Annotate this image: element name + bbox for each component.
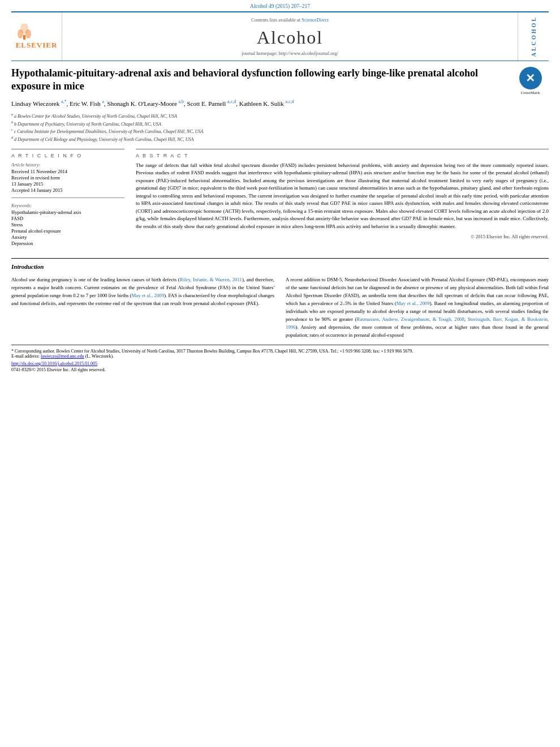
article-title-text: Hypothalamic-pituitary-adrenal axis and … — [11, 67, 478, 92]
elsevier-name: ELSEVIER — [16, 41, 58, 50]
copyright: © 2015 Elsevier Inc. All rights reserved… — [136, 234, 549, 239]
abstract-section: A B S T R A C T The range of defects tha… — [136, 149, 549, 240]
revised-label: Received in revised form — [11, 175, 124, 181]
crossmark-label: CrossMark — [512, 91, 549, 96]
affiliation-a: a a Bowles Center for Alcohol Studies, U… — [11, 112, 549, 120]
article-info-heading: A R T I C L E I N F O — [11, 153, 124, 158]
keywords-section: Keywords: Hypothalamic-pituitary-adrenal… — [11, 203, 124, 246]
journal-center: Contents lists available at ScienceDirec… — [62, 12, 518, 61]
svg-point-1 — [18, 29, 23, 38]
abstract-text: The range of defects that fall within fe… — [136, 162, 549, 231]
homepage-line: journal homepage: http://www.alcoholjour… — [242, 50, 338, 56]
received-date: Received 11 November 2014 — [11, 169, 124, 174]
keyword-5: Anxiety — [11, 234, 124, 240]
svg-point-2 — [25, 29, 31, 38]
affiliations: a a Bowles Center for Alcohol Studies, U… — [11, 112, 549, 143]
abstract-heading: A B S T R A C T — [136, 153, 549, 158]
intro-two-col: Alcohol use during pregnancy is one of t… — [11, 276, 549, 340]
elsevier-tree-icon — [16, 24, 33, 41]
affiliation-d: d d Department of Cell Biology and Physi… — [11, 135, 549, 143]
citation-text: Alcohol 49 (2015) 207–217 — [250, 3, 310, 9]
keywords-label: Keywords: — [11, 203, 124, 208]
journal-badge: ALCOHOL — [518, 12, 549, 61]
email-name: L. Wieczorek — [87, 354, 111, 359]
divider — [11, 198, 124, 198]
svg-rect-3 — [23, 35, 25, 40]
sciencedirect-link[interactable]: ScienceDirect — [301, 17, 329, 23]
intro-left-text: Alcohol use during pregnancy is one of t… — [11, 276, 274, 307]
alcohol-badge: ALCOHOL — [531, 16, 537, 57]
keyword-2: FASD — [11, 216, 124, 221]
elsevier-logo: ELSEVIER — [11, 12, 62, 61]
keyword-1: Hypothalamic-pituitary-adrenal axis — [11, 209, 124, 215]
article-info-column: A R T I C L E I N F O Article history: R… — [11, 149, 124, 247]
article-title-block: Hypothalamic-pituitary-adrenal axis and … — [11, 67, 549, 93]
keyword-4: Prenatal alcohol exposure — [11, 228, 124, 234]
contents-line: Contents lists available at ScienceDirec… — [251, 17, 329, 23]
crossmark-icon: ✕ — [525, 71, 535, 85]
doi-line: http://dx.doi.org/10.1016/j.alcohol.2015… — [11, 361, 549, 366]
article-info-box: A R T I C L E I N F O Article history: R… — [11, 149, 124, 246]
crossmark-circle: ✕ — [519, 67, 542, 89]
affiliation-c: c c Carolina Institute for Developmental… — [11, 127, 549, 135]
issn-line: 0741-8329/© 2015 Elsevier Inc. All right… — [11, 367, 549, 372]
doi-link[interactable]: http://dx.doi.org/10.1016/j.alcohol.2015… — [11, 361, 97, 366]
journal-header: ELSEVIER Contents lists available at Sci… — [11, 11, 549, 61]
crossmark-badge[interactable]: ✕ CrossMark — [512, 67, 549, 96]
journal-citation: Alcohol 49 (2015) 207–217 — [0, 0, 560, 11]
accepted-date: Accepted 14 January 2015 — [11, 187, 124, 193]
intro-right-text: A recent addition to DSM-5, Neurobehavio… — [286, 276, 549, 340]
affiliation-b: b b Department of Psychiatry, University… — [11, 120, 549, 128]
introduction-section: Introduction Alcohol use during pregnanc… — [11, 258, 549, 373]
footnote-area: * Corresponding author. Bowles Center fo… — [11, 345, 549, 372]
journal-title: Alcohol — [257, 27, 323, 48]
intro-heading: Introduction — [11, 263, 549, 270]
authors: Lindsay Wieczorek a,*, Eric W. Fish a, S… — [11, 99, 549, 109]
intro-col-left: Alcohol use during pregnancy is one of t… — [11, 276, 274, 340]
abstract-column: A B S T R A C T The range of defects tha… — [136, 149, 549, 247]
keyword-3: Stress — [11, 222, 124, 227]
email-label: E-mail address: — [11, 354, 40, 359]
corresponding-author: * Corresponding author. Bowles Center fo… — [11, 349, 549, 354]
history-label: Article history: — [11, 162, 124, 168]
revised-date: 13 January 2015 — [11, 181, 124, 187]
email-link[interactable]: lawieczo@med.unc.edu — [41, 354, 84, 359]
page-wrapper: Alcohol 49 (2015) 207–217 ELSEVIER — [0, 0, 560, 372]
authors-text: Lindsay Wieczorek a,*, Eric W. Fish a, S… — [11, 100, 294, 107]
article-info-abstract: A R T I C L E I N F O Article history: R… — [11, 149, 549, 247]
article-content: Hypothalamic-pituitary-adrenal axis and … — [11, 61, 549, 372]
intro-col-right: A recent addition to DSM-5, Neurobehavio… — [286, 276, 549, 340]
email-line: E-mail address: lawieczo@med.unc.edu (L.… — [11, 354, 549, 359]
keyword-6: Depression — [11, 241, 124, 246]
